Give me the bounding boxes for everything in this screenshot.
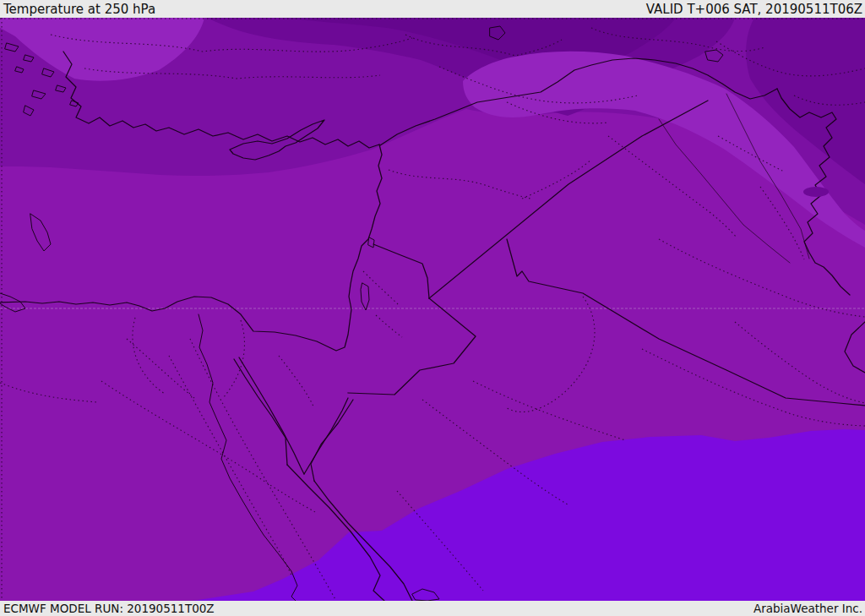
weather-map-canvas [0, 18, 865, 601]
temperature-bands [0, 18, 865, 601]
lake-fills [803, 187, 829, 197]
map-title: Temperature at 250 hPa [3, 2, 155, 17]
brand-label: ArabiaWeather Inc. [753, 602, 862, 615]
valid-time-label: VALID T+006 SAT, 20190511T06Z [646, 2, 862, 17]
model-run-label: ECMWF MODEL RUN: 20190511T00Z [3, 602, 215, 615]
lake-tharthar [803, 187, 829, 197]
title-bar: Temperature at 250 hPa VALID T+006 SAT, … [0, 0, 865, 18]
footer-bar: ECMWF MODEL RUN: 20190511T00Z ArabiaWeat… [0, 601, 865, 616]
